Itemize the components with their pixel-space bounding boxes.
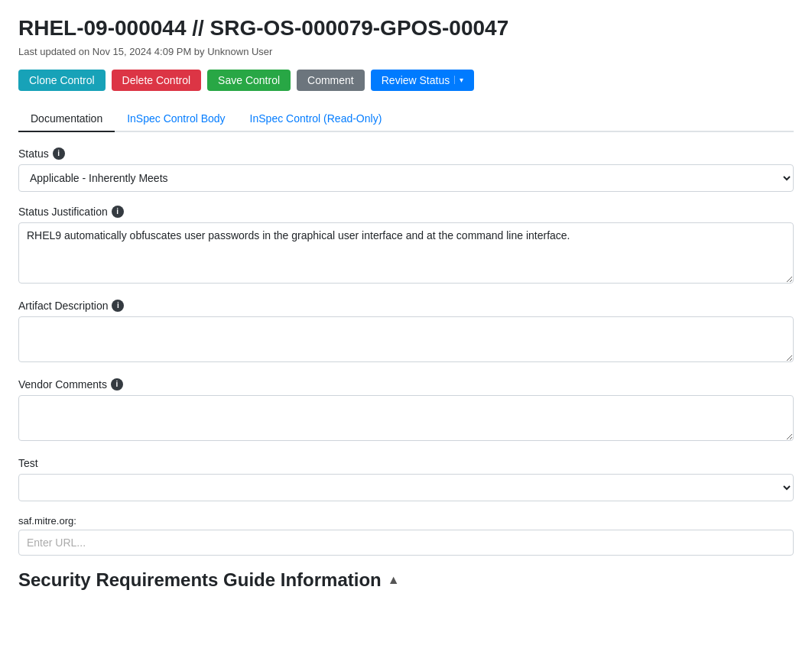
saf-url-field-group: saf.mitre.org: <box>18 515 794 556</box>
tab-inspec-readonly[interactable]: InSpec Control (Read-Only) <box>238 106 395 132</box>
documentation-form: Status i Applicable - Inherently Meets A… <box>18 147 794 556</box>
status-justification-field-group: Status Justification i RHEL9 automatical… <box>18 206 794 286</box>
section-caret-icon[interactable]: ▲ <box>388 573 400 587</box>
save-control-button[interactable]: Save Control <box>207 70 291 91</box>
artifact-description-info-icon: i <box>112 300 124 312</box>
security-requirements-heading: Security Requirements Guide Information … <box>18 569 794 591</box>
vendor-comments-textarea[interactable] <box>18 395 794 441</box>
vendor-comments-field-group: Vendor Comments i <box>18 378 794 443</box>
review-status-caret: ▾ <box>454 76 463 84</box>
vendor-comments-info-icon: i <box>111 378 123 391</box>
toolbar: Clone Control Delete Control Save Contro… <box>18 70 794 91</box>
comment-button[interactable]: Comment <box>297 70 365 91</box>
saf-label: saf.mitre.org: <box>18 515 794 527</box>
test-field-group: Test <box>18 457 794 501</box>
test-label: Test <box>18 457 794 469</box>
status-justification-label: Status Justification i <box>18 206 794 218</box>
status-justification-info-icon: i <box>112 206 124 218</box>
status-justification-textarea[interactable]: RHEL9 automatically obfuscates user pass… <box>18 222 794 284</box>
delete-control-button[interactable]: Delete Control <box>112 70 202 91</box>
status-info-icon: i <box>53 147 65 160</box>
artifact-description-label: Artifact Description i <box>18 300 794 312</box>
review-status-label: Review Status <box>382 74 450 86</box>
saf-url-input[interactable] <box>18 530 794 556</box>
clone-control-button[interactable]: Clone Control <box>18 70 106 91</box>
test-select[interactable] <box>18 474 794 501</box>
tabs: Documentation InSpec Control Body InSpec… <box>18 106 794 132</box>
status-field-group: Status i Applicable - Inherently Meets A… <box>18 147 794 192</box>
status-select[interactable]: Applicable - Inherently Meets Applicable… <box>18 164 794 192</box>
tab-inspec-body[interactable]: InSpec Control Body <box>115 106 237 132</box>
tab-documentation[interactable]: Documentation <box>18 106 115 132</box>
artifact-description-field-group: Artifact Description i <box>18 300 794 365</box>
last-updated: Last updated on Nov 15, 2024 4:09 PM by … <box>18 46 794 57</box>
vendor-comments-label: Vendor Comments i <box>18 378 794 391</box>
page-title: RHEL-09-000044 // SRG-OS-000079-GPOS-000… <box>18 15 794 41</box>
artifact-description-textarea[interactable] <box>18 316 794 362</box>
status-label: Status i <box>18 147 794 160</box>
review-status-button[interactable]: Review Status ▾ <box>371 70 474 91</box>
